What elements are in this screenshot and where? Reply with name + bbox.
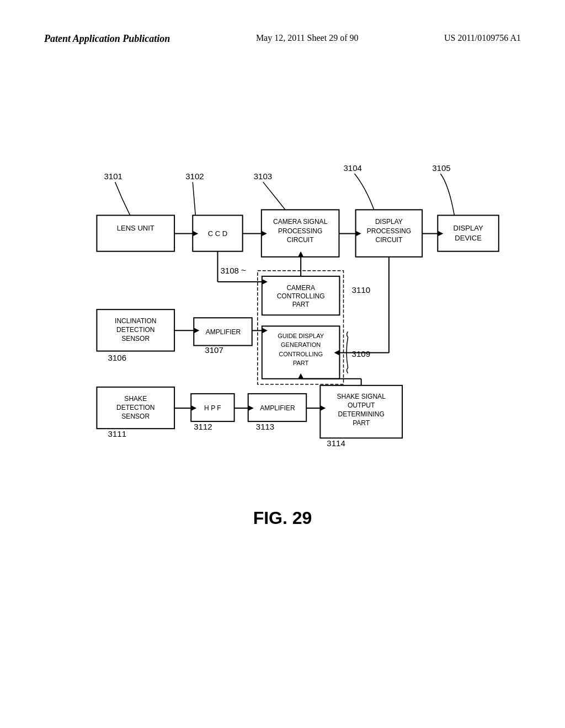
diagram-svg: 3101 3102 3103 3104 3105 LENS UNIT C C D [44, 89, 521, 486]
text-camera-signal-3: CIRCUIT [287, 236, 314, 244]
text-camera-signal-1: CAMERA SIGNAL [273, 218, 328, 226]
text-hpf: H P F [204, 404, 221, 412]
text-shake-2: DETECTION [116, 404, 155, 411]
text-cam-ctrl-3: PART [292, 301, 310, 308]
figure-label: FIG. 29 [44, 508, 521, 528]
text-shake-1: SHAKE [124, 395, 147, 403]
label-3114: 3114 [327, 438, 345, 448]
text-shake-sig-3: DETERMINING [338, 410, 384, 418]
label-3102: 3102 [185, 172, 204, 181]
text-display-device-1: DISPLAY [453, 224, 483, 232]
text-guide-ctrl-3: CONTROLLING [279, 351, 323, 357]
text-guide-ctrl-2: GENERATION [281, 342, 321, 349]
text-guide-ctrl-4: PART [293, 360, 309, 366]
patent-number: US 2011/0109756 A1 [444, 33, 521, 43]
tilde-3108: ~ [241, 265, 246, 275]
text-lens-unit: LENS UNIT [117, 224, 154, 232]
label-3111: 3111 [108, 429, 126, 438]
label-3107: 3107 [205, 345, 223, 355]
text-cam-ctrl-2: CONTROLLING [277, 292, 325, 300]
label-3109: 3109 [352, 349, 370, 358]
text-amplifier-incl: AMPLIFIER [206, 328, 241, 336]
leader-3101 [115, 182, 130, 215]
label-3112: 3112 [194, 422, 212, 431]
label-3101: 3101 [104, 172, 122, 181]
label-3103: 3103 [254, 172, 272, 181]
text-shake-sig-1: SHAKE SIGNAL [337, 393, 386, 400]
text-inclination-3: SENSOR [121, 335, 150, 342]
leader-3105 [440, 174, 454, 215]
text-ccd: C C D [208, 229, 228, 238]
box-lens-unit [97, 215, 174, 251]
page: Patent Application Publication May 12, 2… [0, 0, 565, 728]
sheet-info: May 12, 2011 Sheet 29 of 90 [256, 33, 359, 43]
text-cam-ctrl-1: CAMERA [286, 284, 316, 292]
leader-3103 [263, 182, 285, 210]
page-header: Patent Application Publication May 12, 2… [44, 33, 521, 45]
text-display-proc-1: DISPLAY [375, 218, 403, 226]
label-3104: 3104 [344, 163, 362, 173]
leader-3104 [355, 174, 374, 210]
label-3108: 3108 [220, 266, 238, 275]
label-3110: 3110 [352, 285, 370, 295]
label-3105: 3105 [432, 163, 450, 173]
text-inclination-1: INCLINATION [115, 317, 156, 325]
text-guide-ctrl-1: GUIDE DISPLAY [278, 333, 324, 339]
text-amplifier-shake: AMPLIFIER [260, 404, 295, 412]
leader-3102 [193, 182, 195, 215]
diagram-area: 3101 3102 3103 3104 3105 LENS UNIT C C D [44, 89, 521, 486]
text-inclination-2: DETECTION [116, 326, 155, 334]
text-display-proc-2: PROCESSING [367, 227, 411, 235]
label-3113: 3113 [256, 422, 274, 431]
text-shake-sig-4: PART [353, 419, 370, 427]
text-camera-signal-2: PROCESSING [278, 227, 322, 235]
publication-title: Patent Application Publication [44, 33, 170, 45]
text-display-proc-3: CIRCUIT [375, 236, 402, 244]
text-shake-sig-2: OUTPUT [348, 402, 375, 409]
text-display-device-2: DEVICE [455, 234, 482, 242]
text-shake-3: SENSOR [121, 413, 150, 420]
label-3106: 3106 [108, 353, 126, 362]
